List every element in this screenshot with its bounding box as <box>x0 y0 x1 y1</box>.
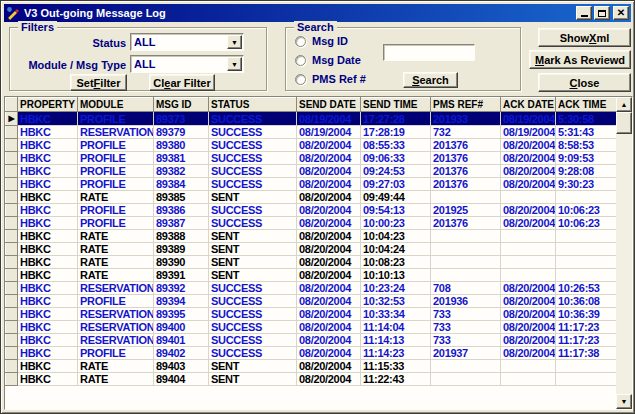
radio-msg-id[interactable]: Msg ID <box>295 35 348 47</box>
radio-icon[interactable] <box>295 55 306 66</box>
column-header[interactable]: ACK TIME <box>556 98 617 112</box>
title-bar[interactable]: V3 Out-going Message Log ✕ <box>4 4 631 22</box>
column-header[interactable]: STATUS <box>209 98 297 112</box>
table-row[interactable]: HBKCRESERVATION89392SUCCESS08/20/200410:… <box>6 282 617 295</box>
table-row[interactable]: HBKCRATE89390SENT08/20/200410:08:23 <box>6 256 617 269</box>
maximize-button[interactable] <box>594 6 610 20</box>
row-selector[interactable] <box>6 217 18 230</box>
row-selector[interactable] <box>6 165 18 178</box>
close-icon: ✕ <box>617 8 625 18</box>
table-row[interactable]: HBKCRATE89385SENT08/20/200409:49:44 <box>6 191 617 204</box>
search-button[interactable]: Search <box>403 72 458 88</box>
clear-filter-button[interactable]: Clear Filter <box>149 74 215 91</box>
row-selector[interactable]: ▶ <box>6 112 18 126</box>
row-selector[interactable] <box>6 230 18 243</box>
row-selector[interactable] <box>6 178 18 191</box>
module-type-select[interactable]: ALL ▼ <box>130 55 244 73</box>
row-selector[interactable] <box>6 126 18 139</box>
row-selector[interactable] <box>6 243 18 256</box>
table-row[interactable]: HBKCRATE89403SENT08/20/200411:15:33 <box>6 360 617 373</box>
table-row[interactable]: HBKCPROFILE89382SUCCESS08/20/200409:24:5… <box>6 165 617 178</box>
grid-cell: HBKC <box>18 295 78 308</box>
grid-cell: RATE <box>78 360 154 373</box>
grid-cell: 11:14:23 <box>361 347 431 360</box>
row-selector[interactable] <box>6 282 18 295</box>
row-selector[interactable] <box>6 308 18 321</box>
radio-icon[interactable] <box>295 36 306 47</box>
row-selector[interactable] <box>6 347 18 360</box>
grid-cell: 08/20/2004 <box>297 243 361 256</box>
column-header[interactable]: MODULE <box>78 98 154 112</box>
row-selector[interactable] <box>6 295 18 308</box>
grid-cell: 08/20/2004 <box>501 165 556 178</box>
scrollbar-thumb[interactable] <box>616 112 632 134</box>
grid-cell <box>501 360 556 373</box>
row-selector[interactable] <box>6 269 18 282</box>
table-row[interactable]: HBKCPROFILE89386SUCCESS08/20/200409:54:1… <box>6 204 617 217</box>
table-row[interactable]: HBKCPROFILE89387SUCCESS08/20/200410:00:2… <box>6 217 617 230</box>
table-row[interactable]: HBKCRESERVATION89400SUCCESS08/20/200411:… <box>6 321 617 334</box>
row-selector[interactable] <box>6 321 18 334</box>
grid-cell: 201925 <box>431 204 501 217</box>
table-row[interactable]: HBKCPROFILE89384SUCCESS08/20/200409:27:0… <box>6 178 617 191</box>
minimize-button[interactable] <box>576 6 592 20</box>
grid-cell: 201936 <box>431 295 501 308</box>
vertical-scrollbar[interactable]: ▲ ▼ <box>616 97 632 409</box>
row-pointer-icon: ▶ <box>9 114 15 123</box>
table-row[interactable]: HBKCRATE89404SENT08/20/200411:22:43 <box>6 373 617 386</box>
column-header[interactable]: PROPERTY <box>18 98 78 112</box>
grid-cell: 708 <box>431 282 501 295</box>
table-row[interactable]: HBKCPROFILE89380SUCCESS08/20/200408:55:3… <box>6 139 617 152</box>
row-selector[interactable] <box>6 256 18 269</box>
row-selector[interactable] <box>6 191 18 204</box>
row-selector[interactable] <box>6 139 18 152</box>
minimize-icon <box>581 15 588 17</box>
column-header[interactable]: ACK DATE <box>501 98 556 112</box>
table-row[interactable]: HBKCRESERVATION89395SUCCESS08/20/200410:… <box>6 308 617 321</box>
row-selector[interactable] <box>6 334 18 347</box>
show-xml-button[interactable]: Show Xml <box>538 28 631 47</box>
grid-cell: 89400 <box>154 321 209 334</box>
grid-cell: 08/20/2004 <box>297 282 361 295</box>
mark-as-reviewed-button[interactable]: Mark As Reviewd <box>529 50 631 69</box>
arrow-up-icon[interactable]: ▲ <box>616 97 632 112</box>
grid-cell: 08/20/2004 <box>501 321 556 334</box>
status-select[interactable]: ALL ▼ <box>130 33 244 51</box>
column-header[interactable]: PMS REF# <box>431 98 501 112</box>
grid-cell: SENT <box>209 256 297 269</box>
grid-cell: 17:27:28 <box>361 112 431 126</box>
column-header[interactable]: SEND DATE <box>297 98 361 112</box>
table-row[interactable]: HBKCRESERVATION89401SUCCESS08/20/200411:… <box>6 334 617 347</box>
column-header[interactable]: MSG ID <box>154 98 209 112</box>
search-input[interactable] <box>383 44 475 61</box>
grid-cell: 5:31:43 <box>556 126 617 139</box>
grid-cell: 89382 <box>154 165 209 178</box>
set-filter-button[interactable]: Set Filter <box>70 74 127 91</box>
row-selector[interactable] <box>6 152 18 165</box>
module-type-label: Module / Msg Type <box>14 59 126 71</box>
table-row[interactable]: HBKCRATE89391SENT08/20/200410:10:13 <box>6 269 617 282</box>
chevron-down-icon[interactable]: ▼ <box>227 57 242 71</box>
table-row[interactable]: ▶HBKCPROFILE89373SUCCESS08/19/200417:27:… <box>6 112 617 126</box>
row-selector[interactable] <box>6 373 18 386</box>
radio-msg-date[interactable]: Msg Date <box>295 54 361 66</box>
row-selector[interactable] <box>6 204 18 217</box>
chevron-down-icon[interactable]: ▼ <box>227 35 242 49</box>
close-button[interactable]: Close <box>538 73 631 92</box>
column-header[interactable]: SEND TIME <box>361 98 431 112</box>
grid-cell: HBKC <box>18 191 78 204</box>
close-window-button[interactable]: ✕ <box>613 6 629 20</box>
grid-cell: 08/19/2004 <box>297 112 361 126</box>
table-row[interactable]: HBKCRATE89389SENT08/20/200410:04:24 <box>6 243 617 256</box>
grid-cell: SENT <box>209 191 297 204</box>
table-row[interactable]: HBKCRESERVATION89379SUCCESS08/19/200417:… <box>6 126 617 139</box>
table-row[interactable]: HBKCPROFILE89381SUCCESS08/20/200409:06:3… <box>6 152 617 165</box>
radio-pms-ref[interactable]: PMS Ref # <box>295 73 366 85</box>
table-row[interactable]: HBKCPROFILE89402SUCCESS08/20/200411:14:2… <box>6 347 617 360</box>
grid-cell: RESERVATION <box>78 308 154 321</box>
radio-icon[interactable] <box>295 74 306 85</box>
row-selector[interactable] <box>6 360 18 373</box>
table-row[interactable]: HBKCRATE89388SENT08/20/200410:04:23 <box>6 230 617 243</box>
table-row[interactable]: HBKCPROFILE89394SUCCESS08/20/200410:32:5… <box>6 295 617 308</box>
arrow-down-icon[interactable]: ▼ <box>616 394 632 409</box>
